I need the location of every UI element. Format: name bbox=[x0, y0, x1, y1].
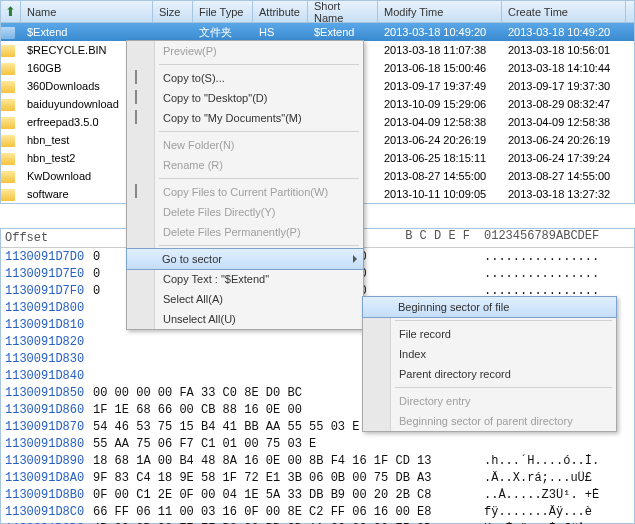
submenu-file-record[interactable]: File record bbox=[363, 324, 616, 344]
folder-icon bbox=[1, 135, 15, 147]
file-modify: 2013-06-25 18:15:11 bbox=[378, 151, 502, 165]
hex-ascii: .Ä..X.rá;...uÛ£ bbox=[484, 471, 634, 485]
hex-offset: 1130091D850 bbox=[1, 386, 93, 400]
menu-goto-sector[interactable]: Go to sector bbox=[126, 248, 364, 270]
hex-offset: 1130091D810 bbox=[1, 318, 93, 332]
file-attr: HS bbox=[253, 25, 308, 39]
hex-bytes: 55 AA 75 06 F7 C1 01 00 75 03 E bbox=[93, 437, 484, 451]
hex-offset: 1130091D7D0 bbox=[1, 250, 93, 264]
col-create[interactable]: Create Time bbox=[502, 1, 626, 22]
col-short[interactable]: Short Name bbox=[308, 1, 378, 22]
menu-unselect-all[interactable]: Unselect All(U) bbox=[127, 309, 363, 329]
file-modify: 2013-06-18 15:00:46 bbox=[378, 61, 502, 75]
col-name[interactable]: Name bbox=[21, 1, 153, 22]
file-create: 2013-03-18 10:56:01 bbox=[502, 43, 626, 57]
submenu-parent-record[interactable]: Parent directory record bbox=[363, 364, 616, 384]
folder-icon bbox=[1, 189, 15, 201]
folder-icon bbox=[1, 45, 15, 57]
folder-icon bbox=[1, 27, 15, 39]
hex-bytes: 9F 83 C4 18 9E 58 1F 72 E1 3B 06 0B 00 7… bbox=[93, 471, 484, 485]
menu-copy-docs[interactable]: Copy to "My Documents"(M) bbox=[127, 108, 363, 128]
col-modify[interactable]: Modify Time bbox=[378, 1, 502, 22]
folder-icon bbox=[1, 99, 15, 111]
hex-row[interactable]: 1130091D8D04B 00 2B C8 77 EF B8 00 BB CD… bbox=[1, 520, 634, 524]
submenu-parent-begin[interactable]: Beginning sector of parent directory bbox=[363, 411, 616, 431]
menu-rename[interactable]: Rename (R) bbox=[127, 155, 363, 175]
menu-copy-desktop[interactable]: Copy to "Desktop"(D) bbox=[127, 88, 363, 108]
col-size[interactable]: Size bbox=[153, 1, 193, 22]
file-create: 2013-08-29 08:32:47 bbox=[502, 97, 626, 111]
hex-offset: 1130091D8B0 bbox=[1, 488, 93, 502]
hex-ascii: .h...´H....ó..Í. bbox=[484, 454, 634, 468]
copy-icon bbox=[135, 90, 137, 104]
menu-copy-to[interactable]: Copy to(S)... bbox=[127, 68, 363, 88]
menu-del-direct[interactable]: Delete Files Directly(Y) bbox=[127, 202, 363, 222]
hex-ascii: ................ bbox=[484, 250, 634, 264]
hex-row[interactable]: 1130091D8C066 FF 06 11 00 03 16 0F 00 8E… bbox=[1, 503, 634, 520]
hex-offset: 1130091D7F0 bbox=[1, 284, 93, 298]
hex-bytes: 18 68 1A 00 B4 48 8A 16 0E 00 8B F4 16 1… bbox=[93, 454, 484, 468]
folder-icon bbox=[1, 153, 15, 165]
folder-icon bbox=[1, 81, 15, 93]
hex-offset: 1130091D7E0 bbox=[1, 267, 93, 281]
file-list-header: ⬆ Name Size File Type Attribute Short Na… bbox=[1, 1, 634, 23]
hex-row[interactable]: 1130091D88055 AA 75 06 F7 C1 01 00 75 03… bbox=[1, 435, 634, 452]
goto-sector-submenu: Beginning sector of file File record Ind… bbox=[362, 296, 617, 432]
file-create: 2013-06-24 17:39:24 bbox=[502, 151, 626, 165]
hex-offset: 1130091D8A0 bbox=[1, 471, 93, 485]
file-row[interactable]: $Extend文件夹HS$Extend2013-03-18 10:49:2020… bbox=[1, 23, 634, 41]
hex-offset: 1130091D830 bbox=[1, 352, 93, 366]
hex-row[interactable]: 1130091D8A09F 83 C4 18 9E 58 1F 72 E1 3B… bbox=[1, 469, 634, 486]
file-modify: 2013-06-24 20:26:19 bbox=[378, 133, 502, 147]
submenu-index[interactable]: Index bbox=[363, 344, 616, 364]
hex-offset: 1130091D840 bbox=[1, 369, 93, 383]
copy-icon bbox=[135, 184, 137, 198]
submenu-dir-entry[interactable]: Directory entry bbox=[363, 391, 616, 411]
file-create: 2013-09-17 19:37:30 bbox=[502, 79, 626, 93]
hex-offset: 1130091D820 bbox=[1, 335, 93, 349]
hex-offset: 1130091D870 bbox=[1, 420, 93, 434]
file-modify: 2013-03-18 11:07:38 bbox=[378, 43, 502, 57]
file-type: 文件夹 bbox=[193, 24, 253, 41]
file-modify: 2013-03-18 10:49:20 bbox=[378, 25, 502, 39]
hex-offset: 1130091D8C0 bbox=[1, 505, 93, 519]
hex-bytes: 0F 00 C1 2E 0F 00 04 1E 5A 33 DB B9 00 2… bbox=[93, 488, 484, 502]
submenu-beginning[interactable]: Beginning sector of file bbox=[362, 296, 617, 318]
col-attr[interactable]: Attribute bbox=[253, 1, 308, 22]
hex-ascii: ..Á.....Z3Û¹. +È bbox=[484, 488, 634, 502]
file-modify: 2013-10-09 15:29:06 bbox=[378, 97, 502, 111]
file-name: $Extend bbox=[21, 25, 153, 39]
file-create: 2013-03-18 10:49:20 bbox=[502, 25, 626, 39]
folder-icon bbox=[1, 117, 15, 129]
menu-copy-text[interactable]: Copy Text : "$Extend" bbox=[127, 269, 363, 289]
hex-ascii-header: 0123456789ABCDEF bbox=[484, 229, 634, 247]
hex-row[interactable]: 1130091D89018 68 1A 00 B4 48 8A 16 0E 00… bbox=[1, 452, 634, 469]
file-modify: 2013-04-09 12:58:38 bbox=[378, 115, 502, 129]
file-create: 2013-03-18 13:27:32 bbox=[502, 187, 626, 201]
menu-preview[interactable]: Preview(P) bbox=[127, 41, 363, 61]
hex-offset: 1130091D860 bbox=[1, 403, 93, 417]
file-modify: 2013-09-17 19:37:49 bbox=[378, 79, 502, 93]
file-modify: 2013-08-27 14:55:00 bbox=[378, 169, 502, 183]
folder-icon bbox=[1, 171, 15, 183]
submenu-arrow-icon bbox=[353, 255, 357, 263]
menu-copy-partition[interactable]: Copy Files to Current Partition(W) bbox=[127, 182, 363, 202]
file-create: 2013-04-09 12:58:38 bbox=[502, 115, 626, 129]
file-create: 2013-08-27 14:55:00 bbox=[502, 169, 626, 183]
hex-bytes: 66 FF 06 11 00 03 16 0F 00 8E C2 FF 06 1… bbox=[93, 505, 484, 519]
copy-icon bbox=[135, 70, 137, 84]
file-create: 2013-03-18 14:10:44 bbox=[502, 61, 626, 75]
file-modify: 2013-10-11 10:09:05 bbox=[378, 187, 502, 201]
menu-select-all[interactable]: Select All(A) bbox=[127, 289, 363, 309]
menu-new-folder[interactable]: New Folder(N) bbox=[127, 135, 363, 155]
hex-ascii: fÿ.......Âÿ...è bbox=[484, 505, 634, 519]
hex-row[interactable]: 1130091D8B00F 00 C1 2E 0F 00 04 1E 5A 33… bbox=[1, 486, 634, 503]
hex-offset: 1130091D800 bbox=[1, 301, 93, 315]
col-type[interactable]: File Type bbox=[193, 1, 253, 22]
context-menu: Preview(P) Copy to(S)... Copy to "Deskto… bbox=[126, 40, 364, 330]
folder-icon bbox=[1, 63, 15, 75]
up-button[interactable]: ⬆ bbox=[1, 1, 21, 22]
hex-ascii: ................ bbox=[484, 267, 634, 281]
file-create: 2013-06-24 20:26:19 bbox=[502, 133, 626, 147]
menu-del-perm[interactable]: Delete Files Permanently(P) bbox=[127, 222, 363, 242]
